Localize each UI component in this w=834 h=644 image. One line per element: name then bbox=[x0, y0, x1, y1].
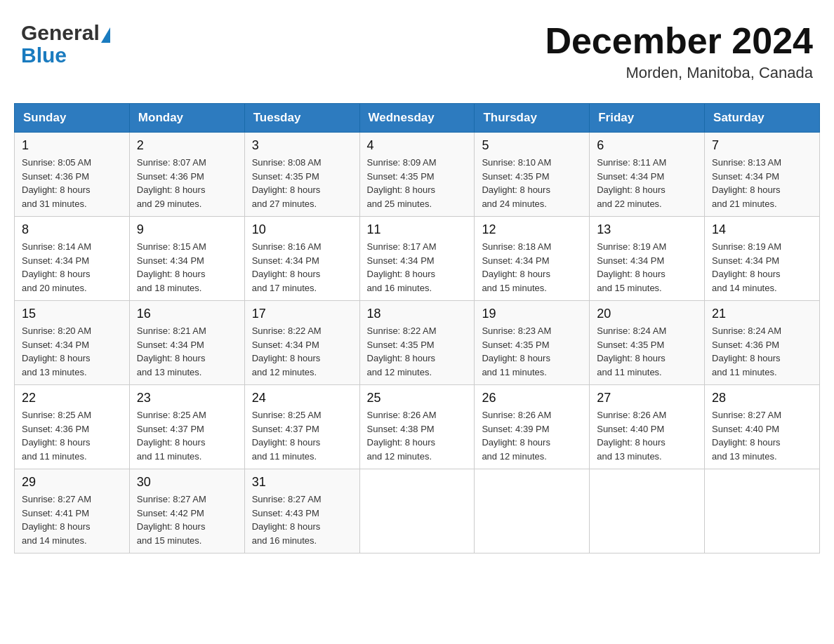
calendar-cell bbox=[590, 469, 705, 554]
day-info: Sunrise: 8:24 AM Sunset: 4:35 PM Dayligh… bbox=[597, 324, 697, 379]
calendar-cell: 2 Sunrise: 8:07 AM Sunset: 4:36 PM Dayli… bbox=[129, 133, 244, 217]
day-info: Sunrise: 8:22 AM Sunset: 4:35 PM Dayligh… bbox=[367, 324, 468, 379]
calendar-cell: 16 Sunrise: 8:21 AM Sunset: 4:34 PM Dayl… bbox=[129, 301, 244, 385]
day-info: Sunrise: 8:10 AM Sunset: 4:35 PM Dayligh… bbox=[482, 156, 582, 210]
day-info: Sunrise: 8:11 AM Sunset: 4:34 PM Dayligh… bbox=[597, 156, 697, 210]
day-info: Sunrise: 8:14 AM Sunset: 4:34 PM Dayligh… bbox=[22, 240, 122, 295]
day-number: 28 bbox=[712, 391, 812, 405]
calendar-week-4: 22 Sunrise: 8:25 AM Sunset: 4:36 PM Dayl… bbox=[15, 385, 820, 469]
calendar-cell: 4 Sunrise: 8:09 AM Sunset: 4:35 PM Dayli… bbox=[359, 133, 475, 217]
day-info: Sunrise: 8:24 AM Sunset: 4:36 PM Dayligh… bbox=[712, 324, 812, 379]
day-number: 17 bbox=[252, 307, 352, 321]
location-text: Morden, Manitoba, Canada bbox=[545, 64, 813, 82]
weekday-header-monday: Monday bbox=[129, 104, 244, 133]
day-number: 14 bbox=[712, 222, 812, 237]
day-number: 4 bbox=[367, 138, 468, 153]
day-number: 11 bbox=[367, 222, 468, 237]
calendar-cell: 1 Sunrise: 8:05 AM Sunset: 4:36 PM Dayli… bbox=[15, 133, 130, 217]
day-info: Sunrise: 8:20 AM Sunset: 4:34 PM Dayligh… bbox=[22, 324, 122, 379]
calendar-cell: 3 Sunrise: 8:08 AM Sunset: 4:35 PM Dayli… bbox=[244, 133, 359, 217]
day-info: Sunrise: 8:25 AM Sunset: 4:36 PM Dayligh… bbox=[22, 408, 122, 463]
weekday-header-sunday: Sunday bbox=[15, 104, 130, 133]
day-info: Sunrise: 8:27 AM Sunset: 4:40 PM Dayligh… bbox=[712, 408, 812, 463]
day-number: 2 bbox=[137, 138, 237, 153]
calendar-cell: 26 Sunrise: 8:26 AM Sunset: 4:39 PM Dayl… bbox=[475, 385, 590, 469]
day-number: 26 bbox=[482, 391, 582, 405]
calendar-cell: 6 Sunrise: 8:11 AM Sunset: 4:34 PM Dayli… bbox=[590, 133, 705, 217]
day-number: 16 bbox=[137, 307, 237, 321]
logo-arrow-icon bbox=[101, 27, 110, 43]
day-number: 21 bbox=[712, 307, 812, 321]
calendar-cell: 7 Sunrise: 8:13 AM Sunset: 4:34 PM Dayli… bbox=[705, 133, 820, 217]
day-info: Sunrise: 8:08 AM Sunset: 4:35 PM Dayligh… bbox=[252, 156, 352, 210]
page-header: General Blue December 2024 Morden, Manit… bbox=[14, 14, 820, 89]
calendar-cell bbox=[475, 469, 590, 554]
weekday-header-thursday: Thursday bbox=[475, 104, 590, 133]
day-info: Sunrise: 8:16 AM Sunset: 4:34 PM Dayligh… bbox=[252, 240, 352, 295]
calendar-cell: 10 Sunrise: 8:16 AM Sunset: 4:34 PM Dayl… bbox=[244, 217, 359, 301]
day-number: 27 bbox=[597, 391, 697, 405]
day-info: Sunrise: 8:19 AM Sunset: 4:34 PM Dayligh… bbox=[597, 240, 697, 295]
calendar-cell: 8 Sunrise: 8:14 AM Sunset: 4:34 PM Dayli… bbox=[15, 217, 130, 301]
calendar-cell: 31 Sunrise: 8:27 AM Sunset: 4:43 PM Dayl… bbox=[244, 469, 359, 554]
day-number: 8 bbox=[22, 222, 122, 237]
day-info: Sunrise: 8:22 AM Sunset: 4:34 PM Dayligh… bbox=[252, 324, 352, 379]
day-number: 7 bbox=[712, 138, 812, 153]
calendar-cell: 28 Sunrise: 8:27 AM Sunset: 4:40 PM Dayl… bbox=[705, 385, 820, 469]
day-info: Sunrise: 8:27 AM Sunset: 4:41 PM Dayligh… bbox=[22, 492, 122, 547]
calendar-cell: 11 Sunrise: 8:17 AM Sunset: 4:34 PM Dayl… bbox=[359, 217, 475, 301]
weekday-header-saturday: Saturday bbox=[705, 104, 820, 133]
day-info: Sunrise: 8:18 AM Sunset: 4:34 PM Dayligh… bbox=[482, 240, 582, 295]
calendar-cell: 15 Sunrise: 8:20 AM Sunset: 4:34 PM Dayl… bbox=[15, 301, 130, 385]
calendar-cell: 19 Sunrise: 8:23 AM Sunset: 4:35 PM Dayl… bbox=[475, 301, 590, 385]
day-info: Sunrise: 8:19 AM Sunset: 4:34 PM Dayligh… bbox=[712, 240, 812, 295]
day-number: 19 bbox=[482, 307, 582, 321]
day-number: 20 bbox=[597, 307, 697, 321]
calendar-cell: 29 Sunrise: 8:27 AM Sunset: 4:41 PM Dayl… bbox=[15, 469, 130, 554]
day-info: Sunrise: 8:13 AM Sunset: 4:34 PM Dayligh… bbox=[712, 156, 812, 210]
calendar-cell: 25 Sunrise: 8:26 AM Sunset: 4:38 PM Dayl… bbox=[359, 385, 475, 469]
calendar-table: SundayMondayTuesdayWednesdayThursdayFrid… bbox=[14, 103, 820, 554]
day-info: Sunrise: 8:23 AM Sunset: 4:35 PM Dayligh… bbox=[482, 324, 582, 379]
day-info: Sunrise: 8:26 AM Sunset: 4:38 PM Dayligh… bbox=[367, 408, 468, 463]
weekday-header-friday: Friday bbox=[590, 104, 705, 133]
weekday-header-tuesday: Tuesday bbox=[244, 104, 359, 133]
day-number: 10 bbox=[252, 222, 352, 237]
calendar-cell: 12 Sunrise: 8:18 AM Sunset: 4:34 PM Dayl… bbox=[475, 217, 590, 301]
calendar-cell: 24 Sunrise: 8:25 AM Sunset: 4:37 PM Dayl… bbox=[244, 385, 359, 469]
day-number: 12 bbox=[482, 222, 582, 237]
calendar-cell: 22 Sunrise: 8:25 AM Sunset: 4:36 PM Dayl… bbox=[15, 385, 130, 469]
calendar-cell: 9 Sunrise: 8:15 AM Sunset: 4:34 PM Dayli… bbox=[129, 217, 244, 301]
day-info: Sunrise: 8:05 AM Sunset: 4:36 PM Dayligh… bbox=[22, 156, 122, 210]
day-info: Sunrise: 8:09 AM Sunset: 4:35 PM Dayligh… bbox=[367, 156, 468, 210]
calendar-cell: 30 Sunrise: 8:27 AM Sunset: 4:42 PM Dayl… bbox=[129, 469, 244, 554]
day-number: 31 bbox=[252, 475, 352, 490]
calendar-cell bbox=[705, 469, 820, 554]
day-info: Sunrise: 8:25 AM Sunset: 4:37 PM Dayligh… bbox=[137, 408, 237, 463]
title-section: December 2024 Morden, Manitoba, Canada bbox=[545, 21, 813, 82]
day-info: Sunrise: 8:17 AM Sunset: 4:34 PM Dayligh… bbox=[367, 240, 468, 295]
logo-blue-text: Blue bbox=[21, 43, 67, 67]
day-number: 13 bbox=[597, 222, 697, 237]
calendar-cell: 14 Sunrise: 8:19 AM Sunset: 4:34 PM Dayl… bbox=[705, 217, 820, 301]
calendar-cell: 17 Sunrise: 8:22 AM Sunset: 4:34 PM Dayl… bbox=[244, 301, 359, 385]
logo-general-text: General bbox=[21, 21, 100, 45]
day-info: Sunrise: 8:21 AM Sunset: 4:34 PM Dayligh… bbox=[137, 324, 237, 379]
day-number: 25 bbox=[367, 391, 468, 405]
day-info: Sunrise: 8:15 AM Sunset: 4:34 PM Dayligh… bbox=[137, 240, 237, 295]
calendar-cell: 5 Sunrise: 8:10 AM Sunset: 4:35 PM Dayli… bbox=[475, 133, 590, 217]
day-info: Sunrise: 8:27 AM Sunset: 4:43 PM Dayligh… bbox=[252, 492, 352, 547]
calendar-week-2: 8 Sunrise: 8:14 AM Sunset: 4:34 PM Dayli… bbox=[15, 217, 820, 301]
day-number: 22 bbox=[22, 391, 122, 405]
day-number: 15 bbox=[22, 307, 122, 321]
day-number: 23 bbox=[137, 391, 237, 405]
calendar-week-3: 15 Sunrise: 8:20 AM Sunset: 4:34 PM Dayl… bbox=[15, 301, 820, 385]
day-number: 30 bbox=[137, 475, 237, 490]
day-info: Sunrise: 8:26 AM Sunset: 4:40 PM Dayligh… bbox=[597, 408, 697, 463]
day-number: 5 bbox=[482, 138, 582, 153]
calendar-cell: 18 Sunrise: 8:22 AM Sunset: 4:35 PM Dayl… bbox=[359, 301, 475, 385]
calendar-cell: 23 Sunrise: 8:25 AM Sunset: 4:37 PM Dayl… bbox=[129, 385, 244, 469]
calendar-week-1: 1 Sunrise: 8:05 AM Sunset: 4:36 PM Dayli… bbox=[15, 133, 820, 217]
month-title: December 2024 bbox=[545, 21, 813, 61]
day-number: 6 bbox=[597, 138, 697, 153]
